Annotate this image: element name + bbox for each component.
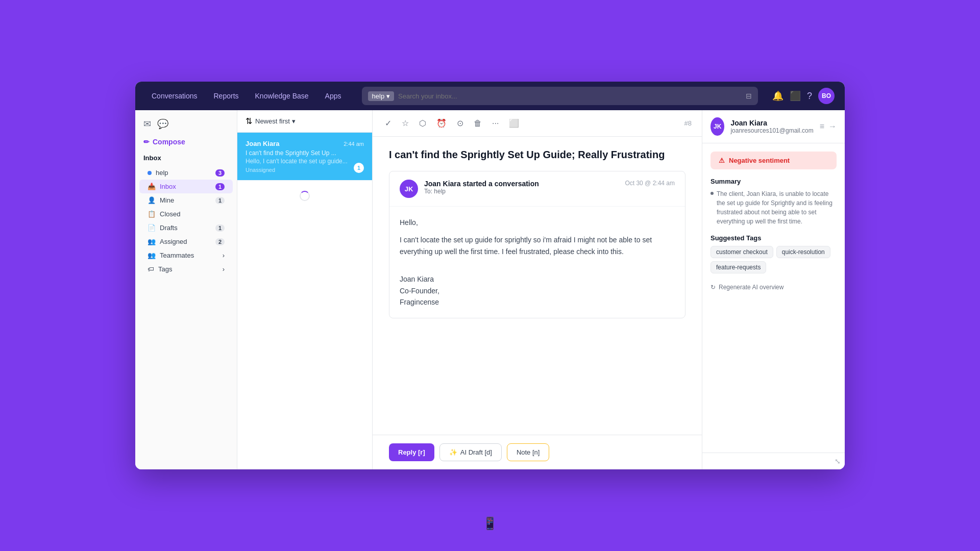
nav-conversations[interactable]: Conversations (145, 89, 204, 103)
contact-info: Joan Kiara joanresources101@gmail.com (730, 119, 813, 134)
notification-icon[interactable]: 🔔 (772, 90, 783, 102)
timer-icon[interactable]: ⊙ (455, 116, 465, 130)
right-panel-header: JK Joan Kiara joanresources101@gmail.com… (702, 110, 845, 143)
contact-name: Joan Kiara (730, 119, 813, 127)
right-panel-icon-group: ≡ → (820, 122, 837, 131)
sidebar-inbox-label: Inbox (160, 183, 176, 190)
message-signature: Joan Kiara Co-Founder, Fragincense (389, 273, 685, 318)
teammates-icon: 👥 (148, 252, 156, 259)
sidebar-help-label: help (156, 169, 168, 177)
sidebar-drafts-label: Drafts (160, 224, 178, 232)
sentiment-badge: ⚠ Negative sentiment (710, 152, 837, 169)
summary-title: Summary (710, 178, 837, 185)
conversation-item[interactable]: Joan Kiara 2:44 am I can't find the Spri… (237, 133, 372, 181)
reply-button[interactable]: Reply [r] (389, 443, 434, 461)
loading-spinner (237, 181, 372, 211)
compose-button[interactable]: ✏ Compose (135, 136, 237, 152)
conv-preview: Hello, I can't locate the set up guide..… (246, 158, 364, 165)
ai-draft-button[interactable]: ✨ AI Draft [d] (439, 443, 502, 461)
sidebar-item-teammates[interactable]: 👥 Teammates › (139, 248, 233, 262)
sidebar-teammates-label: Teammates (160, 252, 194, 259)
sidebar-item-drafts[interactable]: 📄 Drafts 1 (139, 221, 233, 235)
regen-label: Regenerate AI overview (719, 284, 783, 291)
contact-email: joanresources101@gmail.com (730, 127, 813, 134)
compose-pen-icon: ✏ (143, 138, 150, 146)
delete-icon[interactable]: 🗑 (472, 117, 484, 130)
sort-arrow-icon: ⇅ (246, 116, 252, 126)
conv-list-header: ⇅ Newest first ▾ (237, 110, 372, 133)
sidebar-item-help[interactable]: help 3 (139, 166, 233, 180)
help-label: help (372, 92, 385, 100)
nav-reports[interactable]: Reports (208, 89, 245, 103)
message-header: JK Joan Kiara started a conversation To:… (389, 171, 685, 207)
sort-chevron-icon: ▾ (292, 117, 296, 125)
footer-expand-icon[interactable]: ⤡ (835, 457, 841, 465)
chat-icon[interactable]: 💬 (157, 118, 168, 130)
sidebar-tags-label: Tags (158, 265, 172, 273)
grid-icon[interactable]: ⬛ (790, 90, 801, 102)
nav-apps[interactable]: Apps (319, 89, 348, 103)
nav-knowledge-base[interactable]: Knowledge Base (249, 89, 315, 103)
sign-name: Joan Kiara (400, 273, 675, 285)
help-icon[interactable]: ? (807, 91, 812, 102)
blue-dot (148, 171, 152, 175)
note-button[interactable]: Note [n] (507, 443, 550, 461)
sidebar-item-mine[interactable]: 👤 Mine 1 (139, 193, 233, 207)
sort-button[interactable]: Newest first ▾ (255, 117, 296, 125)
label-icon[interactable]: ⬡ (417, 116, 428, 130)
main-area: ✉ 💬 ✏ Compose Inbox help 3 📥 Inbox (135, 110, 845, 469)
sentiment-label: Negative sentiment (729, 157, 790, 164)
tag-quick-resolution[interactable]: quick-resolution (776, 246, 830, 258)
sidebar-closed-label: Closed (160, 210, 180, 218)
right-panel-content: ⚠ Negative sentiment Summary The client,… (702, 143, 845, 453)
sidebar-item-assigned[interactable]: 👥 Assigned 2 (139, 235, 233, 248)
sidebar-item-closed[interactable]: 📋 Closed (139, 207, 233, 221)
conv-item-header: Joan Kiara 2:44 am (246, 140, 364, 147)
screen-icon[interactable]: ⬜ (507, 116, 521, 130)
sidebar-assigned-label: Assigned (160, 238, 187, 245)
chevron-down-icon: ▾ (386, 92, 390, 100)
message-body: Hello, I can't locate the set up guide f… (389, 207, 685, 273)
conversation-content: I can't find the Sprightly Set Up Guide;… (373, 137, 702, 435)
filter-icon[interactable]: ⊟ (746, 92, 752, 100)
conv-sender: Joan Kiara (246, 140, 279, 147)
check-icon[interactable]: ✓ (383, 116, 394, 130)
summary-dot (710, 192, 714, 195)
tag-feature-requests[interactable]: feature-requests (710, 261, 766, 273)
sidebar-item-inbox[interactable]: 📥 Inbox 1 (139, 180, 233, 193)
panel-expand-icon[interactable]: → (828, 122, 837, 131)
assigned-badge: 2 (215, 238, 225, 245)
help-badge: 3 (215, 169, 225, 177)
sign-title: Co-Founder, (400, 285, 675, 296)
message-greeting: Hello, (400, 217, 675, 228)
inbox-badge: 1 (215, 183, 225, 190)
snooze-icon[interactable]: ⏰ (434, 116, 449, 130)
sentiment-icon: ⚠ (719, 157, 725, 164)
user-avatar[interactable]: BO (818, 88, 835, 104)
conversation-toolbar: ✓ ☆ ⬡ ⏰ ⊙ 🗑 ··· ⬜ #8 (373, 110, 702, 137)
compose-label: Compose (153, 138, 185, 146)
nav-icon-group: 🔔 ⬛ ? BO (772, 88, 835, 104)
ai-draft-label: AI Draft [d] (460, 448, 492, 456)
tag-customer-checkout[interactable]: customer checkout (710, 246, 773, 258)
regenerate-button[interactable]: ↻ Regenerate AI overview (710, 280, 837, 295)
summary-section: Summary The client, Joan Kiara, is unabl… (710, 178, 837, 226)
help-filter-badge[interactable]: help ▾ (368, 91, 395, 101)
right-panel-footer: ⤡ (702, 453, 845, 469)
reply-area: Reply [r] ✨ AI Draft [d] Note [n] (373, 435, 702, 469)
inbox-title: Inbox (135, 152, 237, 166)
right-panel: JK Joan Kiara joanresources101@gmail.com… (702, 110, 845, 469)
panel-settings-icon[interactable]: ≡ (820, 122, 824, 131)
message-text: I can't locate the set up guide for spri… (400, 234, 675, 257)
drafts-icon: 📄 (148, 224, 156, 232)
sidebar-item-tags[interactable]: 🏷 Tags › (139, 262, 233, 276)
conversation-list: ⇅ Newest first ▾ Joan Kiara 2:44 am I ca… (237, 110, 373, 469)
more-icon[interactable]: ··· (490, 117, 501, 130)
search-input[interactable] (398, 92, 742, 100)
contact-avatar: JK (710, 117, 724, 136)
inbox-icon: 📥 (148, 183, 156, 190)
star-icon[interactable]: ☆ (400, 116, 411, 130)
message-avatar: JK (400, 180, 418, 198)
assigned-icon: 👥 (148, 238, 156, 245)
envelope-icon[interactable]: ✉ (143, 118, 151, 130)
